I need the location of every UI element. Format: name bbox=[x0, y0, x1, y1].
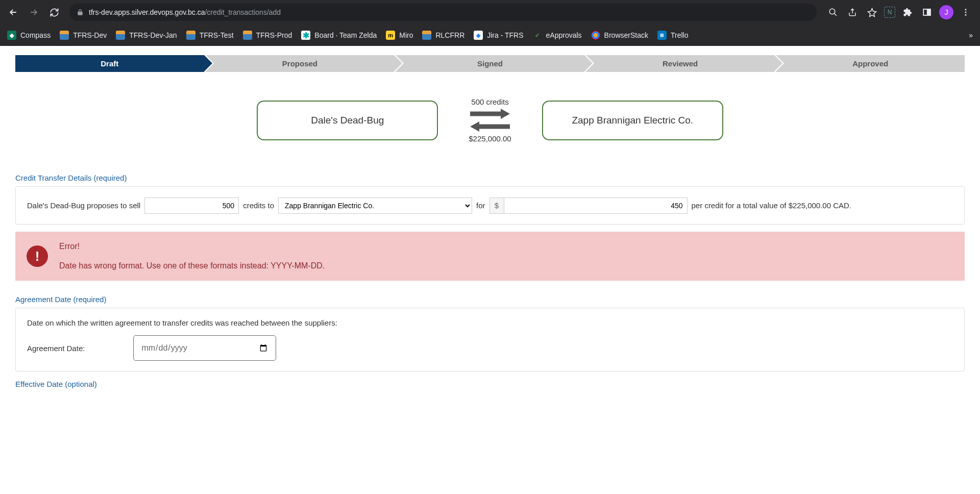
bookmark-board[interactable]: ✱Board · Team Zelda bbox=[301, 31, 377, 40]
address-bar[interactable]: tfrs-dev.apps.silver.devops.gov.bc.ca/cr… bbox=[69, 4, 817, 21]
browser-toolbar: tfrs-dev.apps.silver.devops.gov.bc.ca/cr… bbox=[0, 0, 980, 24]
svg-point-0 bbox=[829, 9, 835, 14]
back-button[interactable] bbox=[4, 3, 22, 21]
step-reviewed: Reviewed bbox=[586, 55, 775, 72]
effective-section-label: Effective Date (optional) bbox=[15, 380, 965, 388]
price-per-credit-input[interactable] bbox=[504, 197, 688, 214]
from-org-box: Dale's Dead-Bug bbox=[257, 101, 438, 140]
zoom-icon[interactable] bbox=[826, 5, 840, 19]
error-alert: ! Error! Date has wrong format. Use one … bbox=[15, 232, 965, 281]
for-text: for bbox=[476, 197, 485, 214]
bookmark-jira[interactable]: ◆Jira - TFRS bbox=[474, 31, 523, 40]
details-trail-text: per credit for a total value of $225,000… bbox=[692, 197, 852, 214]
transfer-arrows-icon bbox=[469, 108, 511, 132]
amount-label: $225,000.00 bbox=[469, 134, 511, 143]
bookmark-tfrs-dev[interactable]: TFRS-Dev bbox=[60, 31, 107, 40]
step-proposed: Proposed bbox=[206, 55, 395, 72]
details-lead-text: Dale's Dead-Bug proposes to sell bbox=[27, 197, 140, 214]
url-path: /credit_transactions/add bbox=[205, 8, 281, 16]
bookmarks-overflow[interactable]: » bbox=[969, 31, 973, 39]
agreement-date-label: Agreement Date: bbox=[27, 344, 85, 353]
url-domain: tfrs-dev.apps.silver.devops.gov.bc.ca bbox=[89, 8, 205, 16]
error-icon: ! bbox=[27, 245, 48, 267]
progress-stepper: Draft Proposed Signed Reviewed Approved bbox=[15, 55, 965, 72]
currency-prefix: $ bbox=[489, 197, 504, 214]
error-title: Error! bbox=[59, 242, 325, 251]
bookmark-tfrs-dev-jan[interactable]: TFRS-Dev-Jan bbox=[116, 31, 177, 40]
to-org-box: Zapp Brannigan Electric Co. bbox=[542, 101, 723, 140]
error-message: Date has wrong format. Use one of these … bbox=[59, 261, 325, 270]
forward-button[interactable] bbox=[24, 3, 43, 21]
details-section-label: Credit Transfer Details (required) bbox=[15, 174, 965, 182]
step-approved: Approved bbox=[776, 55, 965, 72]
credits-to-text: credits to bbox=[243, 197, 274, 214]
agreement-date-input[interactable] bbox=[133, 335, 276, 361]
agreement-panel: Date on which the written agreement to t… bbox=[15, 308, 965, 372]
lock-icon bbox=[77, 9, 84, 16]
page-scroll-area[interactable]: Draft Proposed Signed Reviewed Approved … bbox=[0, 46, 980, 494]
bookmark-rlcfrr[interactable]: RLCFRR bbox=[422, 31, 464, 40]
transfer-visualization: Dale's Dead-Bug 500 credits $225,000.00 … bbox=[15, 97, 965, 143]
bookmarks-bar: ◆Compass TFRS-Dev TFRS-Dev-Jan TFRS-Test… bbox=[0, 24, 980, 46]
profile-avatar[interactable]: J bbox=[939, 5, 953, 19]
agreement-section-label: Agreement Date (required) bbox=[15, 295, 965, 304]
step-draft: Draft bbox=[15, 55, 204, 72]
bookmark-tfrs-prod[interactable]: TFRS-Prod bbox=[243, 31, 292, 40]
browser-chrome: tfrs-dev.apps.silver.devops.gov.bc.ca/cr… bbox=[0, 0, 980, 46]
share-icon[interactable] bbox=[845, 5, 860, 19]
step-signed: Signed bbox=[396, 55, 584, 72]
buyer-select[interactable]: Zapp Brannigan Electric Co. bbox=[278, 197, 472, 214]
credits-quantity-input[interactable] bbox=[144, 197, 239, 214]
extensions-puzzle-icon[interactable] bbox=[900, 5, 915, 19]
toolbar-right-icons: N J bbox=[823, 5, 976, 19]
svg-rect-2 bbox=[927, 9, 930, 15]
svg-point-5 bbox=[965, 14, 967, 16]
page-content: Draft Proposed Signed Reviewed Approved … bbox=[0, 46, 980, 402]
svg-point-3 bbox=[965, 9, 967, 10]
extension-n-icon[interactable]: N bbox=[884, 7, 895, 18]
details-panel: Dale's Dead-Bug proposes to sell credits… bbox=[15, 186, 965, 225]
bookmark-compass[interactable]: ◆Compass bbox=[7, 31, 51, 40]
bookmark-trello[interactable]: ⊞Trello bbox=[657, 31, 689, 40]
agreement-description: Date on which the written agreement to t… bbox=[27, 318, 953, 327]
reload-button[interactable] bbox=[45, 3, 63, 21]
bookmark-tfrs-test[interactable]: TFRS-Test bbox=[186, 31, 234, 40]
bookmark-eapprovals[interactable]: ✓eApprovals bbox=[533, 31, 582, 40]
svg-point-4 bbox=[965, 12, 967, 13]
credits-label: 500 credits bbox=[471, 97, 508, 106]
bookmark-browserstack[interactable]: BrowserStack bbox=[591, 31, 648, 40]
bookmark-miro[interactable]: mMiro bbox=[386, 31, 413, 40]
bookmark-star-icon[interactable] bbox=[865, 5, 879, 19]
panel-icon[interactable] bbox=[920, 5, 934, 19]
kebab-menu-icon[interactable] bbox=[959, 5, 973, 19]
